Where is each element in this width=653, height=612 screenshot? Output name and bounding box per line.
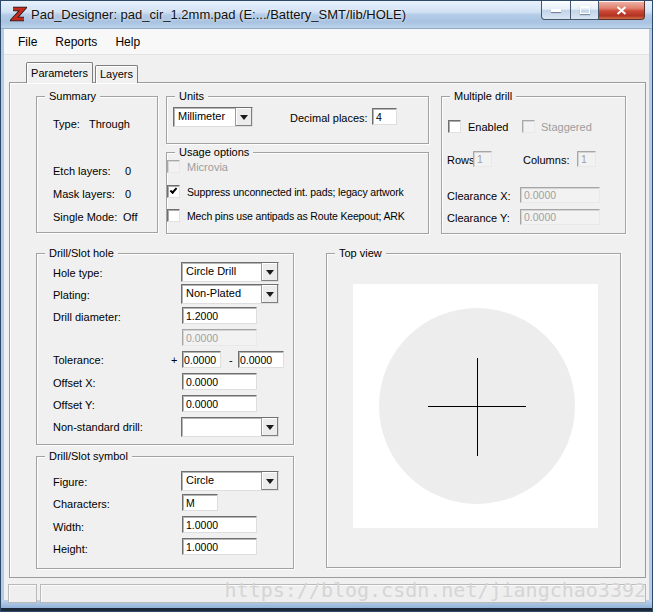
plating-label: Plating: [53, 289, 90, 301]
maximize-button[interactable] [571, 1, 599, 20]
staggered-checkbox [522, 120, 535, 133]
hole-type-combobox-dropdown-button[interactable] [261, 263, 278, 281]
window-title: Pad_Designer: pad_cir_1.2mm.pad (E:.../B… [31, 7, 406, 22]
microvia-checkbox [167, 160, 180, 173]
non-standard-drill-combobox-dropdown-button[interactable] [261, 418, 278, 436]
figure-combobox-dropdown-button[interactable] [261, 472, 278, 490]
pad-preview-canvas [353, 284, 598, 528]
plating-combobox[interactable]: Non-Plated [181, 284, 279, 304]
clearance-y-input [520, 209, 600, 225]
tolerance-plus-input[interactable] [182, 351, 221, 368]
type-value: Through [89, 118, 130, 130]
statusbar-left-cell [8, 584, 37, 603]
top-view-group-title: Top view [335, 246, 386, 261]
menu-help[interactable]: Help [106, 32, 149, 52]
hole-type-combobox[interactable]: Circle Drill [181, 262, 279, 282]
single-mode-label: Single Mode: [53, 211, 117, 223]
chevron-down-icon [240, 115, 248, 120]
chevron-down-icon [266, 425, 274, 430]
window-frame-left [1, 29, 4, 600]
characters-label: Characters: [53, 498, 110, 510]
drill-slot-hole-group-title: Drill/Slot hole [45, 246, 118, 261]
units-combobox-dropdown-button[interactable] [235, 108, 252, 126]
mech-pins-checkbox[interactable] [167, 209, 180, 222]
units-combobox-value: Millimeter [174, 108, 235, 126]
drill-slot-symbol-group-title: Drill/Slot symbol [45, 449, 132, 464]
crosshair-vertical-line [477, 358, 478, 456]
microvia-label: Microvia [187, 161, 228, 173]
mask-layers-label: Mask layers: [53, 188, 115, 200]
tab-layers[interactable]: Layers [95, 65, 138, 83]
close-button[interactable] [599, 1, 645, 20]
offset-y-label: Offset Y: [53, 399, 95, 411]
chevron-down-icon [266, 292, 274, 297]
menubar: File Reports Help [4, 29, 649, 55]
minimize-icon [551, 9, 561, 12]
non-standard-drill-label: Non-standard drill: [53, 421, 143, 433]
decimal-places-label: Decimal places: [290, 112, 368, 124]
tolerance-minus-input[interactable] [238, 351, 284, 368]
tolerance-label: Tolerance: [53, 354, 104, 366]
figure-label: Figure: [53, 476, 87, 488]
statusbar-message-cell [40, 584, 646, 603]
suppress-unconnected-checkbox[interactable] [167, 185, 180, 198]
clearance-x-input [520, 187, 600, 203]
non-standard-drill-combobox-value [182, 418, 261, 436]
chevron-down-icon [266, 270, 274, 275]
units-combobox[interactable]: Millimeter [173, 107, 253, 127]
drill-diameter-label: Drill diameter: [53, 311, 121, 323]
maximize-icon [580, 6, 590, 14]
single-mode-value: Off [123, 211, 137, 223]
tolerance-minus-sign: - [229, 354, 233, 366]
figure-combobox-value: Circle [182, 472, 261, 490]
rows-input [473, 151, 492, 167]
tab-parameters[interactable]: Parameters [26, 62, 93, 83]
plating-combobox-dropdown-button[interactable] [261, 285, 278, 303]
drill-diameter-input[interactable] [182, 307, 257, 324]
type-label: Type: [53, 118, 80, 130]
summary-group-title: Summary [45, 89, 100, 104]
clearance-y-label: Clearance Y: [447, 212, 510, 224]
hole-type-label: Hole type: [53, 267, 103, 279]
close-icon [616, 6, 627, 15]
hole-type-combobox-value: Circle Drill [182, 263, 261, 281]
menu-reports[interactable]: Reports [46, 32, 106, 52]
menu-file[interactable]: File [9, 32, 46, 52]
units-group-title: Units [175, 89, 208, 104]
columns-input [577, 151, 596, 167]
non-standard-drill-combobox[interactable] [181, 417, 279, 437]
chevron-down-icon [266, 479, 274, 484]
enabled-label: Enabled [468, 121, 508, 133]
clearance-x-label: Clearance X: [447, 190, 511, 202]
figure-combobox[interactable]: Circle [181, 471, 279, 491]
symbol-height-label: Height: [53, 543, 88, 555]
window-frame-right [649, 29, 652, 600]
suppress-unconnected-label: Suppress unconnected int. pads; legacy a… [187, 186, 404, 198]
decimal-places-input[interactable] [372, 108, 397, 125]
usage-options-group-title: Usage options [175, 145, 253, 160]
tolerance-plus-sign: + [171, 354, 177, 366]
app-icon [10, 6, 27, 23]
staggered-label: Staggered [541, 121, 592, 133]
offset-x-input[interactable] [182, 373, 257, 390]
multiple-drill-group-title: Multiple drill [450, 89, 516, 104]
etch-layers-value: 0 [125, 165, 131, 177]
symbol-width-label: Width: [53, 521, 84, 533]
characters-input[interactable] [182, 494, 218, 511]
etch-layers-label: Etch layers: [53, 165, 110, 177]
drill-diameter-secondary-input [182, 329, 257, 346]
enabled-checkbox[interactable] [448, 120, 461, 133]
symbol-height-input[interactable] [182, 538, 257, 555]
columns-label: Columns: [523, 154, 569, 166]
plating-combobox-value: Non-Plated [182, 285, 261, 303]
pad-designer-window: Pad_Designer: pad_cir_1.2mm.pad (E:.../B… [0, 0, 653, 612]
titlebar: Pad_Designer: pad_cir_1.2mm.pad (E:.../B… [1, 1, 652, 29]
minimize-button[interactable] [541, 1, 571, 20]
symbol-width-input[interactable] [182, 516, 257, 533]
mech-pins-label: Mech pins use antipads as Route Keepout;… [187, 210, 405, 222]
window-controls [541, 1, 645, 20]
offset-x-label: Offset X: [53, 377, 96, 389]
offset-y-input[interactable] [182, 395, 257, 412]
mask-layers-value: 0 [125, 188, 131, 200]
check-icon [170, 186, 178, 194]
